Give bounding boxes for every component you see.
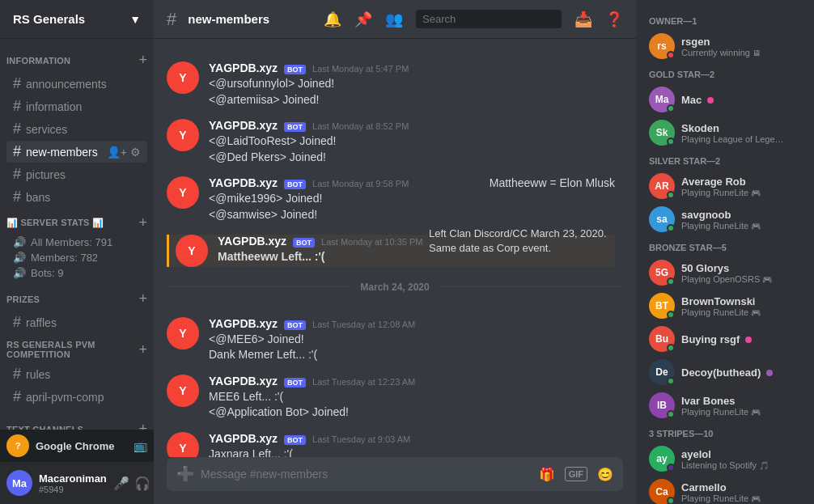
- message-header: YAGPDB.xyz BOT Last Tuesday at 12:08 AM: [209, 317, 623, 330]
- member-info: Skoden Playing League of Legends 🎮: [681, 122, 801, 144]
- stat-label2: Members: 782: [31, 252, 98, 264]
- message-text: Jaxnara Left... :'(: [209, 447, 623, 457]
- add-member-icon[interactable]: 👤+: [107, 146, 127, 159]
- user-avatar: Ma: [6, 470, 32, 496]
- section-header-pvm[interactable]: RS GENERALS PVM COMPETITION +: [0, 340, 154, 362]
- pin-icon[interactable]: 📌: [354, 11, 372, 28]
- member-item-mac[interactable]: Ma Mac: [642, 83, 808, 116]
- member-info: Buying rsgf: [681, 333, 801, 345]
- member-item-browntownski[interactable]: BT BrownTownski Playing RuneLite 🎮: [642, 290, 808, 322]
- member-status: Playing RuneLite 🎮: [681, 221, 786, 231]
- member-item-decoy[interactable]: De Decoy(buthead): [642, 356, 808, 388]
- channel-item-rules[interactable]: # rules: [6, 363, 147, 385]
- member-item-rsgen[interactable]: rs rsgen Currently winning 🖥: [642, 30, 808, 62]
- bot-avatar: Y: [167, 119, 199, 151]
- message-author: YAGPDB.xyz: [209, 176, 278, 189]
- help-icon[interactable]: ❓: [605, 11, 623, 28]
- message-group: Y YAGPDB.xyz BOT Last Tuesday at 9:03 AM…: [167, 432, 623, 457]
- add-stats-icon[interactable]: +: [138, 214, 147, 231]
- member-item-skoden[interactable]: Sk Skoden Playing League of Legends 🎮: [642, 116, 808, 149]
- deafen-icon[interactable]: 🎧: [134, 476, 151, 491]
- section-header-information[interactable]: INFORMATION +: [0, 52, 154, 72]
- bell-icon[interactable]: 🔔: [324, 11, 341, 28]
- divider-line: [439, 286, 623, 287]
- member-avatar: IB: [649, 392, 675, 418]
- input-actions: 🎁 GIF 😊: [539, 467, 613, 482]
- channel-item-bans[interactable]: # bans: [6, 186, 147, 208]
- gif-icon[interactable]: GIF: [565, 467, 587, 481]
- channel-hash-icon: #: [167, 9, 176, 30]
- add-channel-icon[interactable]: +: [138, 52, 147, 69]
- status-dot: [667, 138, 675, 146]
- settings-icon[interactable]: ⚙: [130, 146, 141, 159]
- member-info: ayelol Listening to Spotify 🎵: [681, 448, 801, 470]
- chat-input-box: ➕ 🎁 GIF 😊: [167, 457, 623, 491]
- search-input[interactable]: [416, 10, 562, 28]
- status-dot: [667, 497, 675, 504]
- member-item-ayelol[interactable]: ay ayelol Listening to Spotify 🎵: [642, 443, 808, 475]
- member-avatar: Sk: [649, 120, 675, 146]
- message-timestamp: Last Monday at 10:35 PM: [321, 237, 422, 247]
- member-item-savgnoob[interactable]: sa savgnoob Playing RuneLite 🎮: [642, 203, 808, 235]
- channel-item-services[interactable]: # services: [6, 118, 147, 140]
- member-item-buying-rsgf[interactable]: Bu Buying rsgf: [642, 323, 808, 355]
- message-author: YAGPDB.xyz: [209, 317, 278, 330]
- member-info: 50 Glorys Playing OpenOSRS 🎮: [681, 262, 801, 284]
- section-header-prizes[interactable]: PRIZES +: [0, 290, 154, 311]
- members-icon[interactable]: 👥: [385, 11, 403, 28]
- hash-icon: #: [13, 121, 21, 138]
- channel-item-pictures[interactable]: # pictures: [6, 163, 147, 185]
- member-info: rsgen Currently winning 🖥: [681, 36, 801, 57]
- date-divider: March 24, 2020: [167, 282, 623, 293]
- channel-item-new-members[interactable]: # new-members 👤+ ⚙: [6, 141, 147, 163]
- channel-item-april-pvm-comp[interactable]: # april-pvm-comp: [6, 386, 147, 408]
- member-name: 50 Glorys: [681, 262, 801, 274]
- add-prizes-icon[interactable]: +: [138, 290, 147, 307]
- add-icon[interactable]: ➕: [176, 457, 194, 491]
- member-section-title: SILVER STAR—2: [642, 150, 808, 169]
- status-dot: [667, 464, 675, 472]
- gift-icon[interactable]: 🎁: [539, 467, 555, 482]
- channel-name: information: [26, 100, 141, 113]
- footer-tag: #5949: [39, 485, 107, 494]
- member-name: rsgen: [681, 36, 801, 48]
- member-avatar: Ma: [649, 87, 675, 112]
- add-pvm-icon[interactable]: +: [138, 341, 147, 358]
- footer-user-info: Macaroniman #5949: [39, 472, 107, 494]
- member-item-carmello[interactable]: Ca Carmello Playing RuneLite 🎮: [642, 476, 808, 504]
- channel-item-announcements[interactable]: # announcements: [6, 73, 147, 95]
- chevron-down-icon: ▼: [129, 13, 141, 26]
- add-text-icon[interactable]: +: [138, 421, 147, 430]
- message-author: YAGPDB.xyz: [218, 235, 286, 248]
- bot-avatar: Y: [167, 61, 199, 94]
- member-section-title: BRONZE STAR—5: [642, 236, 808, 256]
- channel-name: rules: [26, 368, 141, 381]
- message-timestamp: Last Tuesday at 12:08 AM: [312, 320, 415, 329]
- message-timestamp: Last Tuesday at 12:23 AM: [312, 377, 415, 387]
- member-name: Decoy(buthead): [681, 366, 801, 379]
- message-author: YAGPDB.xyz: [209, 375, 278, 388]
- member-avatar: 5G: [649, 260, 675, 286]
- server-header[interactable]: RS Generals ▼: [0, 0, 154, 39]
- chat-input[interactable]: [201, 460, 532, 489]
- member-name: Skoden: [681, 122, 801, 134]
- channel-item-information[interactable]: # information: [6, 95, 147, 117]
- emoji-icon[interactable]: 😊: [597, 467, 613, 482]
- member-item-average-rob[interactable]: AR Average Rob Playing RuneLite 🎮: [642, 170, 808, 202]
- inbox-icon[interactable]: 📥: [574, 11, 592, 28]
- bot-avatar: Y: [176, 235, 208, 267]
- mute-icon[interactable]: 🎤: [113, 476, 129, 491]
- member-status: Playing RuneLite 🎮: [681, 493, 786, 503]
- speaker-icon3: 🔊: [13, 267, 26, 279]
- member-item-ivar-bones[interactable]: IB Ivar Bones Playing RuneLite 🎮: [642, 389, 808, 421]
- hash-icon: #: [13, 188, 21, 205]
- member-badge: [745, 337, 752, 343]
- message-content: YAGPDB.xyz BOT Last Monday at 5:47 PM <@…: [209, 61, 623, 108]
- member-info: Ivar Bones Playing RuneLite 🎮: [681, 395, 801, 417]
- channel-item-raffles[interactable]: # raffles: [6, 311, 147, 333]
- member-item-50glorys[interactable]: 5G 50 Glorys Playing OpenOSRS 🎮: [642, 256, 808, 289]
- member-avatar: BT: [649, 293, 675, 319]
- message-header: YAGPDB.xyz BOT Last Monday at 5:47 PM: [209, 61, 623, 74]
- section-header-text[interactable]: TEXT CHANNELS +: [0, 421, 154, 430]
- section-header-stats[interactable]: 📊 SERVER STATS 📊 +: [0, 214, 154, 235]
